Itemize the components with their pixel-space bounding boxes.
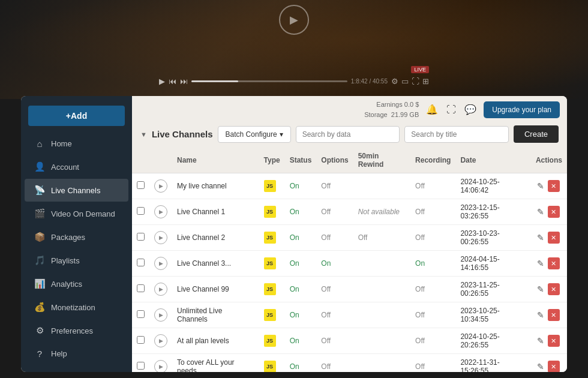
row-play-button-6[interactable]: ▶	[154, 334, 167, 347]
delete-button-1[interactable]: ✕	[548, 206, 560, 218]
gear-icon[interactable]: ⚙	[391, 77, 398, 86]
play-icon: ▶	[290, 13, 298, 26]
sidebar-item-live-channels[interactable]: 📡Live Channels	[25, 179, 128, 202]
row-checkbox-6[interactable]	[137, 336, 145, 344]
table-row: ▶ At all plan levels JS On Off Off 2024-…	[132, 328, 567, 354]
edit-button-0[interactable]: ✎	[536, 180, 545, 192]
live-channels-table: Name Type Status Options 50min Rewind Re…	[132, 148, 567, 372]
row-recording-5: Off	[410, 302, 455, 328]
row-name-0: My live channel	[172, 173, 259, 199]
main-panel: +Add ⌂Home👤Account📡Live Channels🎬Video O…	[21, 96, 567, 372]
edit-button-6[interactable]: ✎	[536, 335, 545, 347]
sidebar-item-monetization[interactable]: 💰Monetization	[25, 296, 128, 319]
js-type-icon-6: JS	[264, 335, 276, 347]
row-checkbox-2[interactable]	[137, 233, 145, 241]
table-header-row: Name Type Status Options 50min Rewind Re…	[132, 148, 567, 173]
delete-button-4[interactable]: ✕	[548, 283, 560, 295]
row-options-1: Off	[316, 199, 353, 225]
nav-icon-home: ⌂	[34, 139, 45, 149]
row-checkbox-7[interactable]	[137, 362, 145, 370]
edit-button-2[interactable]: ✎	[536, 232, 545, 244]
section-title: Live Channels	[152, 129, 213, 139]
row-play-button-3[interactable]: ▶	[154, 257, 167, 270]
batch-configure-button[interactable]: Batch Configure ▾	[218, 126, 291, 143]
row-rewind-0	[353, 173, 410, 199]
collapse-arrow[interactable]: ▼	[140, 131, 147, 138]
edit-button-3[interactable]: ✎	[536, 257, 545, 269]
row-checkbox-5[interactable]	[137, 310, 145, 318]
row-date-6: 2024-10-25-20:26:55	[455, 328, 531, 354]
nav-label-help: Help	[51, 349, 67, 358]
add-button[interactable]: +Add	[28, 106, 125, 126]
edit-button-4[interactable]: ✎	[536, 283, 545, 295]
table-row: ▶ Live Channel 1 JS On Off Not available…	[132, 199, 567, 225]
screen-icon[interactable]: ▭	[401, 77, 409, 86]
row-actions-3: ✎ ✕	[531, 251, 567, 277]
nav-label-analytics: Analytics	[51, 280, 82, 289]
sidebar-item-home[interactable]: ⌂Home	[25, 133, 128, 155]
delete-button-2[interactable]: ✕	[548, 232, 560, 244]
row-recording-6: Off	[410, 328, 455, 354]
sidebar-item-packages[interactable]: 📦Packages	[25, 226, 128, 248]
sidebar-item-preferences[interactable]: ⚙Preferences	[25, 319, 128, 342]
delete-button-5[interactable]: ✕	[548, 309, 560, 321]
row-type-6: JS	[259, 328, 285, 354]
delete-button-6[interactable]: ✕	[548, 335, 560, 347]
row-rewind-7	[353, 354, 410, 373]
row-date-5: 2023-10-25-10:34:55	[455, 302, 531, 328]
content-header-top: Earnings 0.0 $ Storage 21.99 GB 🔔 ⛶ 💬 Up…	[132, 96, 567, 119]
sidebar-item-analytics[interactable]: 📊Analytics	[25, 272, 128, 295]
row-checkbox-0[interactable]	[137, 181, 145, 189]
edit-button-1[interactable]: ✎	[536, 206, 545, 218]
nav-label-monetization: Monetization	[51, 303, 95, 312]
row-checkbox-3[interactable]	[137, 259, 145, 266]
row-type-1: JS	[259, 199, 285, 225]
delete-button-3[interactable]: ✕	[548, 257, 560, 269]
delete-button-0[interactable]: ✕	[548, 180, 560, 192]
create-button[interactable]: Create	[514, 125, 559, 143]
bell-button[interactable]: 🔔	[425, 103, 439, 116]
row-actions-4: ✎ ✕	[531, 277, 567, 302]
row-play-button-1[interactable]: ▶	[154, 205, 167, 218]
prev-button[interactable]: ⏮	[169, 77, 176, 86]
grid-icon[interactable]: ⊞	[422, 77, 429, 86]
upgrade-plan-button[interactable]: Upgrade your plan	[484, 101, 560, 118]
play-button[interactable]: ▶	[159, 77, 165, 86]
row-actions-0: ✎ ✕	[531, 173, 567, 199]
delete-button-7[interactable]: ✕	[548, 361, 560, 372]
edit-button-5[interactable]: ✎	[536, 309, 545, 321]
video-controls-bar: LIVE ▶ ⏮ ⏭ 1:8:42 / 40:55 ⚙ ▭ ⛶ ⊞	[159, 77, 429, 86]
sidebar-item-video-on-demand[interactable]: 🎬Video On Demand	[25, 202, 128, 225]
row-checkbox-4[interactable]	[137, 284, 145, 292]
search-by-title-input[interactable]	[404, 126, 509, 143]
chat-button[interactable]: 💬	[463, 103, 478, 116]
fullscreen-icon[interactable]: ⛶	[412, 77, 419, 86]
row-play-button-7[interactable]: ▶	[154, 360, 167, 372]
row-status-5: On	[285, 302, 317, 328]
progress-bar[interactable]	[191, 80, 347, 82]
sidebar-item-account[interactable]: 👤Account	[25, 155, 128, 178]
row-play-button-2[interactable]: ▶	[154, 231, 167, 244]
table-body: ▶ My live channel JS On Off Off 2024-10-…	[132, 173, 567, 373]
row-play-button-4[interactable]: ▶	[154, 283, 167, 296]
nav-icon-monetization: 💰	[34, 302, 45, 313]
row-checkbox-cell	[132, 328, 149, 354]
edit-button-7[interactable]: ✎	[536, 361, 545, 372]
col-rewind: 50min Rewind	[353, 148, 410, 173]
row-status-1: On	[285, 199, 317, 225]
next-button[interactable]: ⏭	[180, 77, 188, 86]
row-play-button-0[interactable]: ▶	[154, 179, 167, 193]
row-checkbox-1[interactable]	[137, 207, 145, 215]
search-by-data-input[interactable]	[296, 126, 400, 143]
row-play-cell: ▶	[149, 173, 172, 199]
sidebar-item-help[interactable]: ?Help	[25, 343, 128, 365]
sidebar: +Add ⌂Home👤Account📡Live Channels🎬Video O…	[21, 96, 132, 372]
row-options-4: Off	[316, 277, 353, 302]
row-play-button-5[interactable]: ▶	[154, 308, 167, 322]
expand-button[interactable]: ⛶	[445, 103, 457, 116]
col-date: Date	[455, 148, 531, 173]
js-type-icon-1: JS	[264, 206, 276, 218]
row-options-2: Off	[316, 225, 353, 251]
sidebar-item-playlists[interactable]: 🎵Playlists	[25, 249, 128, 272]
row-options-6: Off	[316, 328, 353, 354]
